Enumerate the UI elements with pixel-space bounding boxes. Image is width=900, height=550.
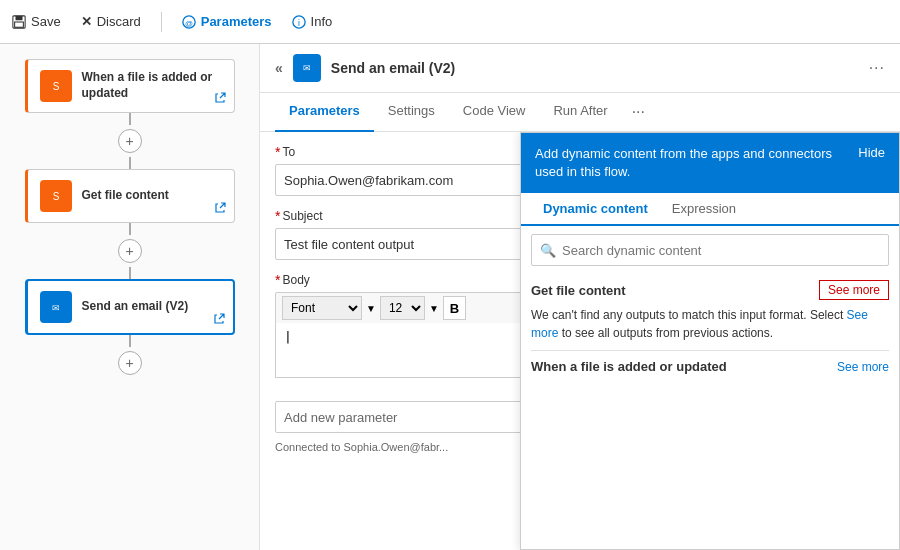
action-title: Send an email (V2) bbox=[331, 60, 859, 76]
outlook-icon: ✉ bbox=[47, 298, 65, 316]
when-file-section-header: When a file is added or updated See more bbox=[531, 359, 889, 374]
get-file-section-title: Get file content bbox=[531, 283, 626, 298]
connector-line-3 bbox=[129, 223, 131, 235]
font-caret: ▼ bbox=[366, 303, 376, 314]
info-label: Info bbox=[311, 14, 333, 29]
flow-step-trigger[interactable]: S When a file is added or updated bbox=[25, 59, 235, 113]
toolbar: Save ✕ Discard @ Parameters i Info bbox=[0, 0, 900, 44]
size-caret: ▼ bbox=[429, 303, 439, 314]
discard-icon: ✕ bbox=[81, 14, 92, 29]
expand-button[interactable]: « bbox=[275, 60, 283, 76]
connector-line-2 bbox=[129, 157, 131, 169]
get-file-see-more-button[interactable]: See more bbox=[819, 280, 889, 300]
search-box: 🔍 bbox=[531, 234, 889, 266]
flow-step-get-file[interactable]: S Get file content bbox=[25, 169, 235, 223]
svg-text:✉: ✉ bbox=[303, 63, 311, 73]
no-match-text: We can't find any outputs to match this … bbox=[531, 306, 889, 342]
tab-more-button[interactable]: ··· bbox=[622, 93, 655, 131]
add-step-2[interactable]: + bbox=[118, 239, 142, 263]
body-required-star: * bbox=[275, 272, 280, 288]
right-panel: « ✉ Send an email (V2) ··· Parameters Se… bbox=[260, 44, 900, 550]
add-step-1[interactable]: + bbox=[118, 129, 142, 153]
search-input[interactable] bbox=[562, 243, 880, 258]
link-icon bbox=[214, 92, 226, 104]
dynamic-content-panel: Add dynamic content from the apps and co… bbox=[520, 132, 900, 550]
dynamic-tab-expression[interactable]: Expression bbox=[660, 193, 748, 226]
action-tabs: Parameters Settings Code View Run After … bbox=[260, 93, 900, 132]
hide-button[interactable]: Hide bbox=[858, 145, 885, 160]
tab-settings[interactable]: Settings bbox=[374, 93, 449, 132]
dynamic-panel-header: Add dynamic content from the apps and co… bbox=[521, 133, 899, 193]
svg-text:S: S bbox=[52, 81, 59, 92]
parameters-label: Parameters bbox=[201, 14, 272, 29]
get-file-step-icon: S bbox=[40, 180, 72, 212]
action-header: « ✉ Send an email (V2) ··· bbox=[260, 44, 900, 93]
save-icon bbox=[12, 15, 26, 29]
bold-button[interactable]: B bbox=[443, 296, 466, 320]
when-file-section-title: When a file is added or updated bbox=[531, 359, 727, 374]
sharepoint-icon-2: S bbox=[47, 187, 65, 205]
subject-required-star: * bbox=[275, 208, 280, 224]
size-select[interactable]: 12 bbox=[380, 296, 425, 320]
info-button[interactable]: i Info bbox=[292, 14, 333, 29]
svg-text:✉: ✉ bbox=[52, 303, 60, 313]
connector-line-1 bbox=[129, 113, 131, 125]
send-email-step-icon: ✉ bbox=[40, 291, 72, 323]
dynamic-header-text: Add dynamic content from the apps and co… bbox=[535, 145, 858, 181]
tab-run-after[interactable]: Run After bbox=[539, 93, 621, 132]
dynamic-tab-content[interactable]: Dynamic content bbox=[531, 193, 660, 226]
get-file-section-header: Get file content See more bbox=[531, 280, 889, 300]
outlook-action-icon: ✉ bbox=[299, 60, 315, 76]
flow-step-send-email[interactable]: ✉ Send an email (V2) bbox=[25, 279, 235, 335]
info-icon: i bbox=[292, 15, 306, 29]
tab-parameters[interactable]: Parameters bbox=[275, 93, 374, 132]
dynamic-tabs: Dynamic content Expression bbox=[521, 193, 899, 226]
tab-code-view[interactable]: Code View bbox=[449, 93, 540, 132]
send-email-step-link bbox=[213, 313, 225, 327]
sharepoint-icon: S bbox=[47, 77, 65, 95]
svg-rect-1 bbox=[16, 15, 23, 19]
font-select[interactable]: Font bbox=[282, 296, 362, 320]
left-panel: S When a file is added or updated + S Ge… bbox=[0, 44, 260, 550]
svg-text:i: i bbox=[298, 17, 300, 27]
toolbar-divider bbox=[161, 12, 162, 32]
form-area: * To * Subject * Body bbox=[260, 132, 900, 550]
get-file-step-link bbox=[214, 202, 226, 216]
discard-button[interactable]: ✕ Discard bbox=[81, 14, 141, 29]
send-email-step-label: Send an email (V2) bbox=[82, 299, 189, 315]
when-file-see-more-button[interactable]: See more bbox=[837, 360, 889, 374]
main-layout: S When a file is added or updated + S Ge… bbox=[0, 44, 900, 550]
trigger-step-label: When a file is added or updated bbox=[82, 70, 222, 101]
action-icon: ✉ bbox=[293, 54, 321, 82]
link-icon-2 bbox=[214, 202, 226, 214]
discard-label: Discard bbox=[97, 14, 141, 29]
svg-text:S: S bbox=[52, 191, 59, 202]
section-divider bbox=[531, 350, 889, 351]
connector-line-5 bbox=[129, 335, 131, 347]
svg-rect-2 bbox=[15, 22, 24, 27]
svg-text:@: @ bbox=[185, 18, 193, 27]
to-required-star: * bbox=[275, 144, 280, 160]
trigger-step-link bbox=[214, 92, 226, 106]
trigger-step-icon: S bbox=[40, 70, 72, 102]
parameters-button[interactable]: @ Parameters bbox=[182, 14, 272, 29]
link-icon-3 bbox=[213, 313, 225, 325]
search-icon: 🔍 bbox=[540, 243, 556, 258]
see-more-link[interactable]: See more bbox=[531, 308, 868, 340]
add-step-3[interactable]: + bbox=[118, 351, 142, 375]
connector-line-4 bbox=[129, 267, 131, 279]
more-options-button[interactable]: ··· bbox=[869, 59, 885, 77]
content-sections: Get file content See more We can't find … bbox=[521, 274, 899, 549]
save-label: Save bbox=[31, 14, 61, 29]
parameters-icon: @ bbox=[182, 15, 196, 29]
get-file-step-label: Get file content bbox=[82, 188, 169, 204]
save-button[interactable]: Save bbox=[12, 14, 61, 29]
